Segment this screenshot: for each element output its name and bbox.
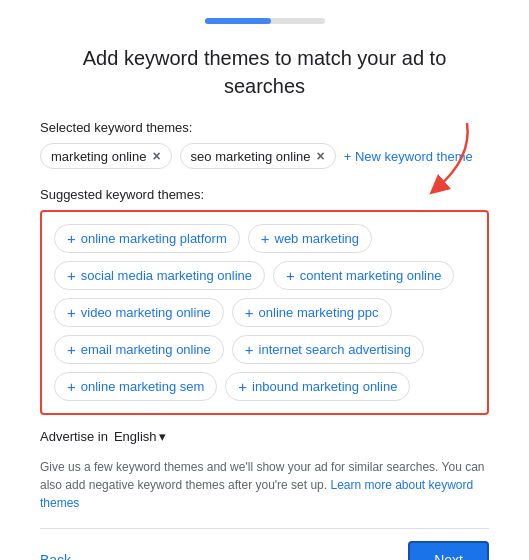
suggestion-text-4-0: online marketing sem <box>81 379 205 394</box>
plus-icon-3-0: + <box>67 341 76 358</box>
suggestion-chip-3-1[interactable]: + internet search advertising <box>232 335 424 364</box>
suggestion-text-0-0: online marketing platform <box>81 231 227 246</box>
suggestion-chip-2-0[interactable]: + video marketing online <box>54 298 224 327</box>
plus-icon-4-0: + <box>67 378 76 395</box>
suggestion-chip-0-0[interactable]: + online marketing platform <box>54 224 240 253</box>
info-text: Give us a few keyword themes and we'll s… <box>40 458 489 512</box>
chip-text-1: seo marketing online <box>191 149 311 164</box>
remove-chip-0[interactable]: × <box>152 148 160 164</box>
suggested-box: + online marketing platform + web market… <box>40 210 489 415</box>
plus-icon-0-1: + <box>261 230 270 247</box>
suggestion-chip-4-0[interactable]: + online marketing sem <box>54 372 217 401</box>
dropdown-icon: ▾ <box>159 429 166 444</box>
advertise-row: Advertise in English ▾ <box>40 429 489 444</box>
plus-icon-1-1: + <box>286 267 295 284</box>
suggestion-text-3-0: email marketing online <box>81 342 211 357</box>
selected-chip-0[interactable]: marketing online × <box>40 143 172 169</box>
new-keyword-link[interactable]: + New keyword theme <box>344 149 473 164</box>
suggested-row-1: + social media marketing online + conten… <box>54 261 475 290</box>
suggestion-text-3-1: internet search advertising <box>259 342 411 357</box>
suggestion-chip-0-1[interactable]: + web marketing <box>248 224 372 253</box>
suggestion-text-0-1: web marketing <box>275 231 360 246</box>
selected-chip-1[interactable]: seo marketing online × <box>180 143 336 169</box>
selected-themes-row: marketing online × seo marketing online … <box>40 143 489 169</box>
remove-chip-1[interactable]: × <box>317 148 325 164</box>
suggestion-text-1-0: social media marketing online <box>81 268 252 283</box>
suggestion-chip-1-1[interactable]: + content marketing online <box>273 261 454 290</box>
language-value: English <box>114 429 157 444</box>
suggested-row-2: + video marketing online + online market… <box>54 298 475 327</box>
back-button[interactable]: Back <box>40 544 71 560</box>
plus-icon-1-0: + <box>67 267 76 284</box>
suggestion-text-4-1: inbound marketing online <box>252 379 397 394</box>
suggested-label: Suggested keyword themes: <box>40 187 489 202</box>
suggested-row-3: + email marketing online + internet sear… <box>54 335 475 364</box>
plus-icon-2-0: + <box>67 304 76 321</box>
advertise-label: Advertise in <box>40 429 108 444</box>
divider <box>40 528 489 529</box>
suggested-grid: + online marketing platform + web market… <box>54 224 475 401</box>
selected-label: Selected keyword themes: <box>40 120 489 135</box>
suggestion-chip-4-1[interactable]: + inbound marketing online <box>225 372 410 401</box>
footer: Back Next <box>40 541 489 560</box>
suggestion-text-2-0: video marketing online <box>81 305 211 320</box>
page-title: Add keyword themes to match your ad to s… <box>40 44 489 100</box>
plus-icon-3-1: + <box>245 341 254 358</box>
suggestion-text-2-1: online marketing ppc <box>259 305 379 320</box>
suggested-row-0: + online marketing platform + web market… <box>54 224 475 253</box>
language-dropdown[interactable]: English ▾ <box>114 429 166 444</box>
progress-bar <box>205 18 325 24</box>
plus-icon-4-1: + <box>238 378 247 395</box>
next-button[interactable]: Next <box>408 541 489 560</box>
suggestion-chip-1-0[interactable]: + social media marketing online <box>54 261 265 290</box>
suggestion-chip-2-1[interactable]: + online marketing ppc <box>232 298 392 327</box>
chip-text-0: marketing online <box>51 149 146 164</box>
suggestion-chip-3-0[interactable]: + email marketing online <box>54 335 224 364</box>
progress-bar-section <box>40 0 489 34</box>
suggestion-text-1-1: content marketing online <box>300 268 442 283</box>
progress-bar-fill <box>205 18 271 24</box>
suggested-row-4: + online marketing sem + inbound marketi… <box>54 372 475 401</box>
plus-icon-2-1: + <box>245 304 254 321</box>
plus-icon-0-0: + <box>67 230 76 247</box>
